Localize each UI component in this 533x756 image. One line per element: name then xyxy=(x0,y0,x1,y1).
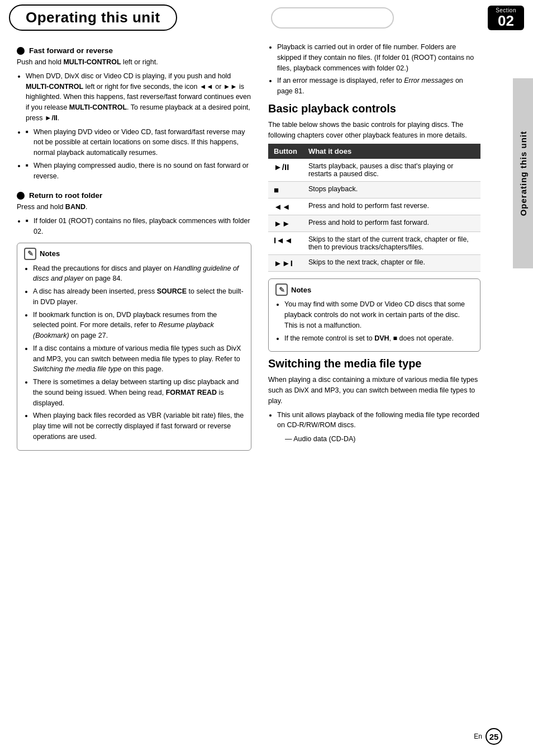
left-note-2: A disc has already been inserted, press … xyxy=(33,286,244,308)
left-note-1: Read the precautions for discs and playe… xyxy=(33,263,244,285)
table-row: ►►Press and hold to perform fast forward… xyxy=(268,215,480,232)
title-pill: Operating this unit xyxy=(9,4,177,31)
table-cell-description: Press and hold to perform fast forward. xyxy=(303,215,480,232)
side-tab: Operating this unit xyxy=(513,78,533,268)
right-notes-list: You may find with some DVD or Video CD d… xyxy=(284,299,473,343)
right-bullet-1: Playback is carried out in order of file… xyxy=(277,42,480,73)
left-note-5: There is sometimes a delay between start… xyxy=(33,377,244,408)
right-top-bullets: Playback is carried out in order of file… xyxy=(277,42,480,97)
basic-playback-intro: The table below shows the basic controls… xyxy=(268,120,480,141)
return-folder-title: Return to root folder xyxy=(29,191,102,200)
table-cell-button: ►/II xyxy=(268,159,303,182)
bullet-circle xyxy=(17,47,25,55)
fast-forward-title: Fast forward or reverse xyxy=(29,46,113,55)
right-notes-header: ✎ Notes xyxy=(275,284,473,296)
fast-forward-bullets: When DVD, DivX disc or Video CD is playi… xyxy=(26,71,251,124)
return-folder-para1: Press and hold BAND. xyxy=(17,202,251,212)
section-badge: Section 02 xyxy=(488,6,524,30)
table-cell-description: Press and hold to perform fast reverse. xyxy=(303,199,480,215)
switching-bullet-1: This unit allows playback of the followi… xyxy=(277,410,480,431)
table-row: ■Stops playback. xyxy=(268,182,480,199)
side-tab-text: Operating this unit xyxy=(518,131,528,216)
page-footer: En 25 xyxy=(474,728,502,745)
fast-forward-heading: Fast forward or reverse xyxy=(17,46,251,55)
return-folder-heading: Return to root folder xyxy=(17,191,251,200)
right-notes-icon: ✎ xyxy=(275,284,288,296)
table-cell-description: Stops playback. xyxy=(303,182,480,199)
table-col1-header: Button xyxy=(268,144,303,159)
page-title: Operating this unit xyxy=(26,9,160,26)
section-number: 02 xyxy=(498,13,514,28)
left-notes-header: ✎ Notes xyxy=(24,248,244,260)
basic-playback-title: Basic playback controls xyxy=(268,102,480,115)
table-row: ◄◄Press and hold to perform fast reverse… xyxy=(268,199,480,215)
table-cell-button: ►►I xyxy=(268,255,303,272)
table-col2-header: What it does xyxy=(303,144,480,159)
rf-sq-bullet-1: If folder 01 (ROOT) contains no files, p… xyxy=(26,216,251,237)
notes-icon: ✎ xyxy=(24,248,36,260)
switching-intro: When playing a disc containing a mixture… xyxy=(268,375,480,406)
left-note-3: If bookmark function is on, DVD playback… xyxy=(33,310,244,341)
playback-table: Button What it does ►/IIStarts playback,… xyxy=(268,144,480,272)
table-cell-button: ◄◄ xyxy=(268,199,303,215)
switching-audio-data: — Audio data (CD-DA) xyxy=(285,434,480,445)
en-label: En xyxy=(474,733,482,740)
page-number-text: 25 xyxy=(489,732,499,741)
main-content: Fast forward or reverse Push and hold MU… xyxy=(0,31,533,467)
ff-sq-bullet-1: When playing DVD video or Video CD, fast… xyxy=(26,127,251,158)
switching-title: Switching the media file type xyxy=(268,357,480,370)
right-notes-box: ✎ Notes You may find with some DVD or Vi… xyxy=(268,278,480,352)
fast-forward-para1: Push and hold MULTI-CONTROL left or righ… xyxy=(17,57,251,68)
ff-sq-bullet-2: When playing compressed audio, there is … xyxy=(26,160,251,182)
table-row: I◄◄Skips to the start of the current tra… xyxy=(268,232,480,255)
table-cell-description: Skips to the start of the current track,… xyxy=(303,232,480,255)
page-number-circle: 25 xyxy=(486,728,502,745)
table-cell-button: I◄◄ xyxy=(268,232,303,255)
right-notes-title: Notes xyxy=(291,286,311,294)
right-bullet-2: If an error message is displayed, refer … xyxy=(277,75,480,97)
left-column: Fast forward or reverse Push and hold MU… xyxy=(17,36,251,456)
left-note-6: When playing back files recorded as VBR … xyxy=(33,410,244,442)
header: Operating this unit Section 02 xyxy=(0,0,533,31)
switching-bullets: This unit allows playback of the followi… xyxy=(277,410,480,431)
left-notes-list: Read the precautions for discs and playe… xyxy=(33,263,244,442)
ff-square-bullets: When playing DVD video or Video CD, fast… xyxy=(26,127,251,182)
ff-bullet-1: When DVD, DivX disc or Video CD is playi… xyxy=(26,71,251,124)
table-cell-description: Skips to the next track, chapter or file… xyxy=(303,255,480,272)
table-cell-button: ■ xyxy=(268,182,303,199)
bullet-circle-2 xyxy=(17,192,25,200)
table-row: ►/IIStarts playback, pauses a disc that'… xyxy=(268,159,480,182)
left-notes-title: Notes xyxy=(40,249,60,258)
right-note-1: You may find with some DVD or Video CD d… xyxy=(284,299,473,330)
left-notes-box: ✎ Notes Read the precautions for discs a… xyxy=(17,243,251,451)
table-cell-button: ►► xyxy=(268,215,303,232)
table-cell-description: Starts playback, pauses a disc that's pl… xyxy=(303,159,480,182)
return-folder-square-bullets: If folder 01 (ROOT) contains no files, p… xyxy=(26,216,251,237)
right-column: Playback is carried out in order of file… xyxy=(268,36,503,456)
right-note-2: If the remote control is set to DVH, ■ d… xyxy=(284,333,473,344)
table-row: ►►ISkips to the next track, chapter or f… xyxy=(268,255,480,272)
left-note-4: If a disc contains a mixture of various … xyxy=(33,343,244,375)
